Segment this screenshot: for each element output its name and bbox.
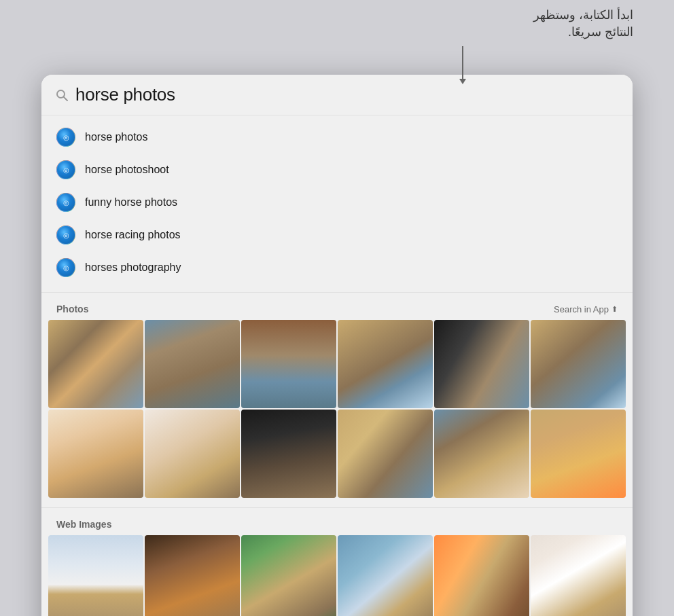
photos-grid: [41, 320, 633, 505]
suggestions-list: horse photos horse photoshoot funny hors…: [41, 115, 633, 289]
photo-cell-5[interactable]: [434, 320, 529, 408]
search-bar: horse photos: [41, 75, 633, 115]
tooltip: ابدأ الكتابة، وستظهر النتائج سريعًا.: [533, 7, 633, 41]
photo-cell-10[interactable]: [338, 410, 433, 498]
photo-cell-3[interactable]: [241, 320, 336, 408]
safari-icon-1: [56, 128, 75, 147]
photos-section-header: Photos Search in App ⬆: [41, 295, 633, 320]
search-in-app-icon: ⬆: [611, 305, 618, 314]
suggestion-text-2: horse photoshoot: [85, 164, 169, 176]
photo-cell-9[interactable]: [241, 410, 336, 498]
web-image-cell-5[interactable]: [434, 535, 529, 616]
search-panel: horse photos horse photos horse photosho…: [41, 75, 633, 616]
photo-cell-7[interactable]: [48, 410, 143, 498]
web-images-section-header: Web Images: [41, 511, 633, 535]
photo-cell-2[interactable]: [145, 320, 240, 408]
search-in-app-label: Search in App: [554, 304, 609, 314]
photos-section-title: Photos: [56, 304, 88, 314]
photo-cell-8[interactable]: [145, 410, 240, 498]
search-in-app-button[interactable]: Search in App ⬆: [554, 304, 618, 314]
safari-icon-4: [56, 225, 75, 244]
divider-1: [41, 292, 633, 293]
svg-line-1: [64, 97, 67, 101]
tooltip-line2: النتائج سريعًا.: [533, 24, 633, 41]
safari-icon-2: [56, 160, 75, 179]
photo-cell-11[interactable]: [434, 410, 529, 498]
suggestion-item-3[interactable]: funny horse photos: [41, 186, 633, 219]
search-icon: [55, 88, 69, 102]
web-image-cell-6[interactable]: [531, 535, 626, 616]
safari-icon-3: [56, 193, 75, 212]
suggestion-text-4: horse racing photos: [85, 229, 181, 241]
photo-cell-12[interactable]: [531, 410, 626, 498]
tooltip-pointer: [462, 46, 463, 80]
suggestion-item-1[interactable]: horse photos: [41, 121, 633, 153]
tooltip-line1: ابدأ الكتابة، وستظهر: [533, 7, 633, 24]
web-image-cell-3[interactable]: [241, 535, 336, 616]
suggestion-item-2[interactable]: horse photoshoot: [41, 153, 633, 186]
safari-icon-5: [56, 258, 75, 277]
web-images-section-title: Web Images: [56, 519, 111, 530]
suggestion-item-4[interactable]: horse racing photos: [41, 219, 633, 251]
photo-cell-6[interactable]: [531, 320, 626, 408]
search-query[interactable]: horse photos: [75, 84, 175, 105]
web-image-cell-4[interactable]: [338, 535, 433, 616]
divider-2: [41, 507, 633, 508]
suggestion-text-1: horse photos: [85, 131, 148, 143]
web-image-cell-2[interactable]: [145, 535, 240, 616]
web-images-grid: [41, 535, 633, 616]
suggestion-text-3: funny horse photos: [85, 196, 177, 209]
suggestion-text-5: horses photography: [85, 261, 181, 274]
photo-cell-4[interactable]: [338, 320, 433, 408]
photo-cell-1[interactable]: [48, 320, 143, 408]
web-image-cell-1[interactable]: [48, 535, 143, 616]
suggestion-item-5[interactable]: horses photography: [41, 251, 633, 284]
